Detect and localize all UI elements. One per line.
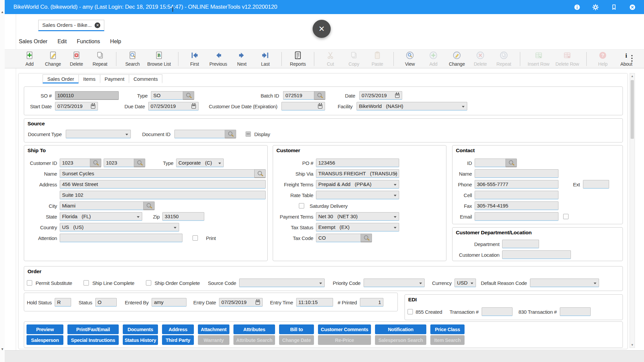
ship-to-name-lookup-icon[interactable] xyxy=(254,169,266,178)
transaction-number-field[interactable] xyxy=(482,307,513,316)
zip-field[interactable]: 33150 xyxy=(162,212,204,221)
tab-close-icon[interactable]: ✕ xyxy=(95,22,100,28)
toolbar-button-reports[interactable]: Reports xyxy=(287,50,309,67)
scrollbar-thumb[interactable] xyxy=(631,80,634,139)
num-printed-field[interactable]: 1 xyxy=(360,298,383,307)
overflow-menu-icon[interactable] xyxy=(631,55,633,62)
entered-by-field[interactable]: amy xyxy=(152,298,186,307)
currency-select[interactable]: USD xyxy=(454,279,476,287)
ship-to-type-select[interactable]: Corporate (C) xyxy=(176,159,224,167)
scroll-up-icon[interactable]: ▲ xyxy=(0,10,5,14)
action-button-print-fax-email[interactable]: Print/Fax/Email xyxy=(67,324,119,334)
close-icon[interactable] xyxy=(629,4,636,11)
rate-table-select[interactable] xyxy=(316,191,399,199)
city-field[interactable]: Miami xyxy=(60,201,143,210)
toolbar-button-about[interactable]: iAbout xyxy=(615,50,637,67)
tab-sales-order[interactable]: Sales Order xyxy=(43,74,79,83)
document-tab[interactable]: Sales Orders - Bike... ✕ xyxy=(38,20,104,31)
entry-date-field[interactable]: 07/25/2019 xyxy=(219,298,263,307)
toolbar-button-search[interactable]: Search xyxy=(122,50,143,67)
calendar-icon[interactable] xyxy=(395,94,399,98)
priority-code-select[interactable] xyxy=(364,279,425,287)
action-button-third-party[interactable]: Third Party xyxy=(162,335,194,345)
document-type-select[interactable] xyxy=(66,130,131,138)
customer-id2-lookup-icon[interactable] xyxy=(134,159,145,167)
so-number-field[interactable]: 100110 xyxy=(55,91,119,100)
city-lookup-icon[interactable] xyxy=(143,201,155,210)
country-select[interactable]: US (US) xyxy=(60,223,179,232)
customer-location-field[interactable] xyxy=(502,250,571,259)
bookmark-icon[interactable] xyxy=(610,4,618,11)
due-date-field[interactable]: 07/25/2019 xyxy=(148,102,199,111)
action-button-address[interactable]: Address xyxy=(162,324,194,334)
customer-id-lookup-icon[interactable] xyxy=(90,159,101,167)
toolbar-button-last[interactable]: Last xyxy=(255,50,276,67)
tab-payment[interactable]: Payment xyxy=(100,74,129,83)
content-scrollbar[interactable]: ▲ ▼ xyxy=(630,73,635,348)
menu-help[interactable]: Help xyxy=(110,39,121,45)
source-code-select[interactable] xyxy=(239,279,325,287)
toolbar-button-add[interactable]: Add xyxy=(19,50,40,67)
po-number-field[interactable]: 123456 xyxy=(316,159,399,167)
action-button-attributes[interactable]: Attributes xyxy=(233,324,275,334)
fax-field[interactable]: 305-754-4195 xyxy=(475,201,558,210)
toolbar-button-next[interactable]: Next xyxy=(231,50,253,67)
tax-code-lookup-icon[interactable] xyxy=(361,234,372,242)
calendar-icon[interactable] xyxy=(318,104,322,109)
saturday-delivery-checkbox[interactable] xyxy=(299,203,304,208)
print-checkbox[interactable] xyxy=(193,235,198,241)
hold-status-field[interactable]: R xyxy=(55,298,71,307)
date-field[interactable]: 07/25/2019 xyxy=(359,91,402,100)
scroll-up-icon[interactable]: ▲ xyxy=(630,74,635,78)
department-field[interactable] xyxy=(502,240,539,248)
address-line2-field[interactable]: Suite 102 xyxy=(60,191,266,199)
permit-substitute-checkbox[interactable] xyxy=(27,280,32,286)
start-date-field[interactable]: 07/25/2019 xyxy=(55,102,98,111)
email-checkbox[interactable] xyxy=(563,214,569,219)
email-field[interactable] xyxy=(475,212,558,221)
customer-id-field[interactable]: 1023 xyxy=(60,159,90,167)
menu-sales-order[interactable]: Sales Order xyxy=(19,39,47,45)
menu-edit[interactable]: Edit xyxy=(57,39,67,45)
scroll-down-icon[interactable]: ▼ xyxy=(0,347,5,351)
default-reason-code-select[interactable] xyxy=(530,279,599,287)
attention-field[interactable] xyxy=(60,234,182,242)
menu-functions[interactable]: Functions xyxy=(77,39,100,45)
entry-time-field[interactable]: 11:10:15 xyxy=(296,298,333,307)
action-button-price-class[interactable]: Price Class xyxy=(430,324,465,334)
facility-select[interactable]: BikeWorld (NASH) xyxy=(357,102,467,111)
action-button-documents[interactable]: Documents xyxy=(123,324,158,334)
cell-field[interactable] xyxy=(475,191,558,199)
action-button-status-history[interactable]: Status History xyxy=(123,335,158,345)
contact-id-field[interactable] xyxy=(475,159,505,167)
tab-comments[interactable]: Comments xyxy=(129,74,163,83)
toolbar-button-repeat[interactable]: Repeat xyxy=(89,50,111,67)
action-button-preview[interactable]: Preview xyxy=(26,324,63,334)
calendar-icon[interactable] xyxy=(91,104,95,109)
page-scrollbar-left[interactable]: ▲ ▼ xyxy=(0,0,5,362)
toolbar-button-change[interactable]: Change xyxy=(42,50,64,67)
toolbar-button-first[interactable]: First xyxy=(184,50,205,67)
phone-field[interactable]: 306-555-7777 xyxy=(475,180,558,189)
toolbar-button-change-2[interactable]: Change xyxy=(446,50,468,67)
action-button-attachment[interactable]: Attachment xyxy=(198,324,229,334)
ship-to-name-field[interactable]: Sunset Cycles xyxy=(60,169,254,178)
contact-id-lookup-icon[interactable] xyxy=(505,159,517,167)
ship-via-select[interactable]: TRANSUS FREIGHT (TRANSUS) xyxy=(316,169,399,178)
action-button-customer-comments[interactable]: Customer Comments xyxy=(318,324,371,334)
tab-items[interactable]: Items xyxy=(78,74,100,83)
action-button-bill-to[interactable]: Bill to xyxy=(279,324,314,334)
action-button-salesperson[interactable]: Salesperson xyxy=(26,335,63,345)
state-select[interactable]: Florida (FL) xyxy=(60,212,142,221)
edi-855-created-checkbox[interactable] xyxy=(408,309,413,314)
info-icon[interactable] xyxy=(574,4,581,11)
window-close-button[interactable]: ✕ xyxy=(313,20,331,38)
customer-id2-field[interactable]: 1023 xyxy=(104,159,134,167)
type-lookup-icon[interactable] xyxy=(183,91,194,100)
contact-name-field[interactable] xyxy=(475,169,558,178)
status-field[interactable]: O xyxy=(95,298,117,307)
freight-terms-select[interactable]: Prepaid & Add (PP&A) xyxy=(316,180,399,189)
customer-due-date-field[interactable] xyxy=(281,102,325,111)
tax-status-select[interactable]: Exempt (EX) xyxy=(316,223,399,232)
scroll-down-icon[interactable]: ▼ xyxy=(630,343,635,347)
